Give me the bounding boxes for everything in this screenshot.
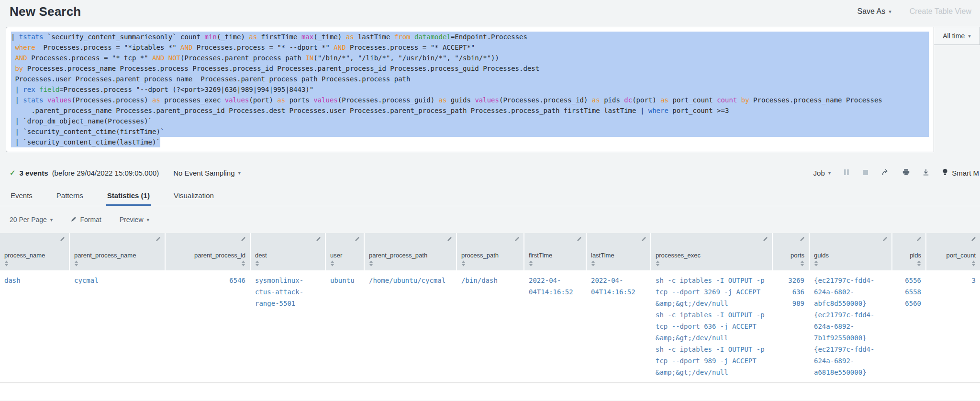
edit-column-icon[interactable] <box>241 236 246 242</box>
column-header-ports[interactable]: ports <box>773 233 809 270</box>
edit-column-icon[interactable] <box>763 236 768 242</box>
sort-icon[interactable] <box>461 260 519 267</box>
per-page-dropdown[interactable]: 20 Per Page ▾ <box>10 216 53 223</box>
edit-column-icon[interactable] <box>447 236 452 242</box>
cell-value-link[interactable]: {ec21797c-fdd4-624a-6802-abfc8d550000} <box>814 275 887 309</box>
format-button[interactable]: Format <box>71 216 101 223</box>
cell-value-link[interactable]: sh -c iptables -I OUTPUT -p tcp --dport … <box>656 309 768 344</box>
column-header-parent_process_id[interactable]: parent_process_id <box>166 233 250 270</box>
cell-value-link[interactable]: sh -c iptables -I OUTPUT -p tcp --dport … <box>656 275 768 309</box>
event-sampling-dropdown[interactable]: No Event Sampling ▾ <box>173 169 241 177</box>
edit-column-icon[interactable] <box>971 236 976 242</box>
cell-value-link[interactable]: /home/ubuntu/cycmal <box>369 275 452 286</box>
column-header-process_path[interactable]: process_path <box>457 233 523 270</box>
tab-events[interactable]: Events <box>10 189 33 206</box>
search-mode-button[interactable]: Smart M <box>942 168 979 177</box>
column-header-parent_process_name[interactable]: parent_process_name <box>70 233 165 270</box>
sort-icon[interactable] <box>917 260 921 267</box>
cell-value-link[interactable]: 6546 <box>170 275 245 286</box>
cell-value-link[interactable]: cycmal <box>74 275 160 286</box>
cell-value-link[interactable]: sh -c iptables -I OUTPUT -p tcp --dport … <box>656 344 768 378</box>
column-label: process_path <box>461 252 519 259</box>
pause-icon <box>844 169 849 177</box>
cell-value-link[interactable]: 6556 <box>897 275 921 286</box>
cell-value-link[interactable]: 636 <box>777 286 804 298</box>
column-header-process_name[interactable]: process_name <box>0 233 69 270</box>
cell-value-link[interactable]: 2022-04-04T14:16:52 <box>591 275 646 298</box>
create-table-view-button[interactable]: Create Table View <box>910 7 971 16</box>
search-mode-label: Smart M <box>952 169 979 177</box>
print-button[interactable] <box>902 169 910 177</box>
cell-value-link[interactable]: 989 <box>777 298 804 309</box>
query-line: | `security_content_ctime(lastTime)` <box>11 137 929 147</box>
export-button[interactable] <box>923 169 929 177</box>
column-header-lastTime[interactable]: lastTime <box>587 233 650 270</box>
column-header-guids[interactable]: guids <box>810 233 891 270</box>
page-title: New Search <box>10 4 81 19</box>
edit-column-icon[interactable] <box>577 236 582 242</box>
edit-column-icon[interactable] <box>60 236 65 242</box>
share-button[interactable] <box>881 169 890 177</box>
splunk-search-page: { "icons": { "check": "✓", "caret": "▾" … <box>0 0 980 401</box>
cell-process_name: dash <box>0 270 69 382</box>
tab-visualization[interactable]: Visualization <box>173 189 215 206</box>
column-label: user <box>330 252 359 259</box>
cell-value-link[interactable]: /bin/dash <box>461 275 519 286</box>
pause-button[interactable] <box>844 169 849 177</box>
sort-icon[interactable] <box>241 260 245 267</box>
cell-value-link[interactable]: 3269 <box>777 275 804 286</box>
cell-value-link[interactable]: 2022-04-04T14:16:52 <box>529 275 581 298</box>
sort-icon[interactable] <box>814 260 887 267</box>
query-line: where Processes.process = "*iptables *" … <box>11 42 929 53</box>
sort-icon[interactable] <box>4 260 65 267</box>
edit-column-icon[interactable] <box>916 236 922 242</box>
sort-icon[interactable] <box>255 260 321 267</box>
cell-parent_process_name: cycmal <box>70 270 165 382</box>
job-menu-button[interactable]: Job ▾ <box>813 169 831 177</box>
cell-value-link[interactable]: 3 <box>931 275 976 286</box>
sort-icon[interactable] <box>529 260 581 267</box>
sort-icon[interactable] <box>971 260 976 267</box>
column-header-processes_exec[interactable]: processes_exec <box>651 233 772 270</box>
edit-column-icon[interactable] <box>514 236 520 242</box>
sort-icon[interactable] <box>656 260 768 267</box>
time-range-picker[interactable]: All time ▾ <box>934 27 980 45</box>
tab-patterns[interactable]: Patterns <box>56 189 84 206</box>
sort-icon[interactable] <box>800 260 804 267</box>
cell-value-link[interactable]: ubuntu <box>330 275 359 286</box>
edit-column-icon[interactable] <box>316 236 321 242</box>
statistics-table: process_nameparent_process_nameparent_pr… <box>0 233 980 401</box>
event-sampling-label: No Event Sampling <box>173 169 234 177</box>
search-input[interactable]: | tstats `security_content_summariesonly… <box>6 27 934 152</box>
cell-value-link[interactable]: {ec21797c-fdd4-624a-6892-a6818e550000} <box>814 344 887 378</box>
column-header-port_count[interactable]: port_count <box>926 233 980 270</box>
edit-column-icon[interactable] <box>800 236 805 242</box>
sort-icon[interactable] <box>74 260 160 267</box>
column-header-pids[interactable]: pids <box>892 233 925 270</box>
cell-value-link[interactable]: 6558 <box>897 286 921 298</box>
preview-dropdown[interactable]: Preview ▾ <box>120 216 149 223</box>
cell-value-link[interactable]: {ec21797c-fdd4-624a-6892-7b1f92550000} <box>814 309 887 344</box>
sort-icon[interactable] <box>330 260 359 267</box>
edit-column-icon[interactable] <box>641 236 646 242</box>
cell-pids: 655665586560 <box>892 270 925 382</box>
column-label: dest <box>255 252 321 259</box>
query-line: AND Processes.process = "* tcp *" AND NO… <box>11 53 929 63</box>
save-as-button[interactable]: Save As ▾ <box>858 7 891 16</box>
cell-lastTime: 2022-04-04T14:16:52 <box>587 270 650 382</box>
tab-statistics[interactable]: Statistics (1) <box>106 189 151 206</box>
column-header-firstTime[interactable]: firstTime <box>524 233 586 270</box>
sort-icon[interactable] <box>591 260 646 267</box>
edit-column-icon[interactable] <box>156 236 161 242</box>
stop-button[interactable] <box>862 169 869 177</box>
cell-value-link[interactable]: 6560 <box>897 298 921 309</box>
cell-value-link[interactable]: sysmonlinux-ctus-attack-range-5501 <box>255 275 321 309</box>
sort-icon[interactable] <box>369 260 452 267</box>
edit-column-icon[interactable] <box>882 236 888 242</box>
edit-column-icon[interactable] <box>355 236 360 242</box>
column-header-dest[interactable]: dest <box>251 233 325 270</box>
column-header-user[interactable]: user <box>326 233 364 270</box>
cell-value-link[interactable]: dash <box>4 275 65 286</box>
column-label: parent_process_path <box>369 252 452 259</box>
column-header-parent_process_path[interactable]: parent_process_path <box>365 233 456 270</box>
